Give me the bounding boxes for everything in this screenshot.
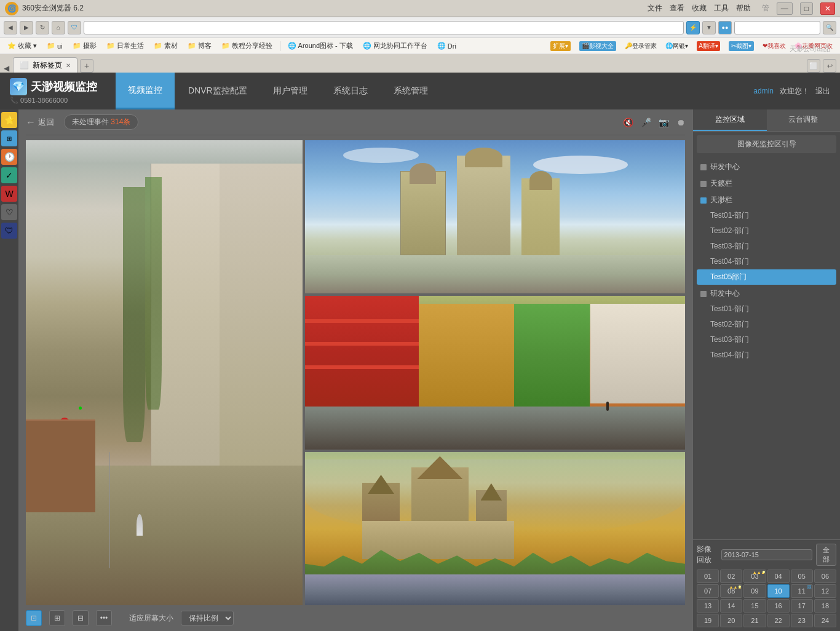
date-picker-input[interactable] (721, 549, 812, 560)
left-icon-star[interactable]: ⭐ (1, 112, 17, 128)
cal-day-22[interactable]: 22 (767, 614, 790, 627)
search-input[interactable] (734, 21, 820, 34)
nav-video-monitor[interactable]: 视频监控 (116, 73, 175, 109)
cal-day-20[interactable]: 20 (720, 614, 742, 627)
sidebar-toggle[interactable]: ◀ (4, 64, 9, 73)
nav-system-manage[interactable]: 系统管理 (381, 73, 440, 109)
all-button[interactable]: 全部 (816, 544, 836, 566)
cal-day-21[interactable]: 21 (743, 614, 766, 627)
layout-double-button[interactable]: ⊞ (49, 610, 65, 626)
layout-more-button[interactable]: ••• (96, 610, 112, 626)
shield-button[interactable]: 🛡 (68, 21, 81, 34)
toolbar-video[interactable]: 🎬影视大全 (577, 40, 619, 52)
bookmark-material[interactable]: 📁 素材 (151, 40, 180, 52)
bookmark-photo[interactable]: 📁 摄影 (70, 40, 99, 52)
mute-icon[interactable]: 🔇 (623, 117, 633, 127)
left-icon-check[interactable]: ✓ (1, 167, 17, 183)
left-icon-heart[interactable]: ♡ (1, 204, 17, 220)
tree-item-t02[interactable]: Test02-部门 (697, 223, 836, 239)
tab-close-button[interactable]: ✕ (66, 62, 71, 69)
bookmark-dri[interactable]: 🌐 Dri (435, 41, 459, 51)
close-button[interactable]: ✕ (820, 2, 835, 15)
new-tab-button[interactable]: + (80, 59, 93, 73)
menu-file[interactable]: 文件 (648, 3, 662, 14)
dropdown-button[interactable]: ▼ (702, 21, 716, 34)
maximize-button[interactable]: □ (800, 2, 813, 15)
menu-favorites[interactable]: 收藏 (692, 3, 707, 14)
layout-single-button[interactable]: ⊡ (26, 610, 42, 626)
bookmark-tutorial[interactable]: 📁 教程分享经验 (219, 40, 275, 52)
cal-day-23[interactable]: 23 (791, 614, 813, 627)
tree-item-r04[interactable]: Test04-部门 (697, 347, 836, 363)
tree-group-tianlai-header[interactable]: 天籁栏 (697, 176, 836, 191)
logout-button[interactable]: 退出 (815, 86, 830, 97)
refresh-button[interactable]: ↻ (36, 21, 49, 34)
toolbar-like[interactable]: ❤我喜欢 (760, 40, 788, 52)
minimize-button[interactable]: — (777, 2, 793, 15)
tree-group-research1-header[interactable]: 研发中心 (697, 159, 836, 175)
left-icon-clock[interactable]: 🕐 (1, 149, 17, 165)
tree-item-t05[interactable]: Test05部门 (697, 269, 836, 285)
bookmark-daily[interactable]: 📁 日常生活 (104, 40, 146, 52)
cal-day-01[interactable]: 01 (697, 569, 719, 583)
cal-day-19[interactable]: 19 (697, 614, 719, 627)
cal-day-04[interactable]: 04 (767, 569, 790, 583)
address-bar-input[interactable] (84, 21, 684, 34)
tab-monitor-area[interactable]: 监控区域 (693, 109, 767, 131)
nav-system-log[interactable]: 系统日志 (321, 73, 380, 109)
cal-day-03[interactable]: 03 ▲▲▲ (743, 569, 766, 583)
left-icon-weibo[interactable]: W (1, 186, 17, 202)
cal-day-05[interactable]: 05 (791, 569, 813, 583)
cal-day-16[interactable]: 16 (767, 599, 790, 613)
cal-day-08[interactable]: 08 ▲▲▲ (720, 584, 742, 598)
tree-item-t04[interactable]: Test04-部门 (697, 254, 836, 269)
toolbar-login[interactable]: 🔑登录管家 (622, 40, 659, 52)
cal-day-13[interactable]: 13 (697, 599, 719, 613)
toolbar-translate[interactable]: A翻译▾ (694, 40, 723, 52)
back-button[interactable]: ← 返回 (26, 117, 54, 128)
toolbar-screenshot[interactable]: ✂截图▾ (726, 40, 756, 52)
tree-item-t01[interactable]: Test01-部门 (697, 208, 836, 223)
left-icon-shield[interactable]: 🛡 (1, 223, 17, 239)
toolbar-extend[interactable]: 扩展▾ (548, 40, 573, 52)
menu-help[interactable]: 帮助 (736, 3, 751, 14)
lightning-icon[interactable]: ⚡ (686, 21, 700, 34)
cal-day-02[interactable]: 02 (720, 569, 742, 583)
bookmark-netdragon[interactable]: 🌐 网龙协同工作平台 (360, 40, 430, 52)
cal-day-18[interactable]: 18 (814, 599, 836, 613)
tree-item-r03[interactable]: Test03-部门 (697, 332, 836, 347)
menu-view[interactable]: 查看 (670, 3, 684, 14)
mic-icon[interactable]: 🎤 (641, 117, 651, 127)
cal-day-06[interactable]: 06 (814, 569, 836, 583)
cal-day-11[interactable]: 11 🖼 (791, 584, 813, 598)
menu-tools[interactable]: 工具 (714, 3, 729, 14)
cal-day-17[interactable]: 17 (791, 599, 813, 613)
cal-day-09[interactable]: 09 (743, 584, 766, 598)
cal-day-07[interactable]: 07 (697, 584, 719, 598)
cal-day-15[interactable]: 15 (743, 599, 766, 613)
tree-group-research2-header[interactable]: 研发中心 (697, 286, 836, 301)
nav-user-manage[interactable]: 用户管理 (261, 73, 320, 109)
layout-quad-button[interactable]: ⊟ (73, 610, 89, 626)
back-nav-button[interactable]: ◀ (4, 21, 17, 34)
nav-dnvr-config[interactable]: DNVR监控配置 (176, 73, 260, 109)
tree-item-r02[interactable]: Test02-部门 (697, 317, 836, 332)
toolbar-bank[interactable]: 🌐网银▾ (663, 40, 691, 52)
tree-item-t03[interactable]: Test03-部门 (697, 239, 836, 254)
left-icon-grid[interactable]: ⊞ (1, 130, 17, 146)
bookmark-ui[interactable]: 📁 ui (44, 41, 65, 51)
tree-item-r01[interactable]: Test01-部门 (697, 301, 836, 317)
cal-day-10[interactable]: 10 (767, 584, 790, 598)
home-button[interactable]: ⌂ (52, 21, 65, 34)
tab-screenshot-button[interactable]: ⬜ (807, 59, 820, 73)
record-icon[interactable]: ⏺ (676, 117, 685, 127)
cal-day-24[interactable]: 24 (814, 614, 836, 627)
bookmark-blog[interactable]: 📁 博客 (185, 40, 214, 52)
search-button[interactable]: 🔍 (823, 21, 836, 34)
cal-day-14[interactable]: 14 (720, 599, 742, 613)
forward-nav-button[interactable]: ▶ (20, 21, 33, 34)
tab-back-button[interactable]: ↩ (823, 59, 836, 73)
camera-icon[interactable]: 📷 (659, 117, 669, 127)
bookmark-favorites[interactable]: ⭐ 收藏 ▾ (5, 40, 39, 52)
cal-day-12[interactable]: 12 (814, 584, 836, 598)
